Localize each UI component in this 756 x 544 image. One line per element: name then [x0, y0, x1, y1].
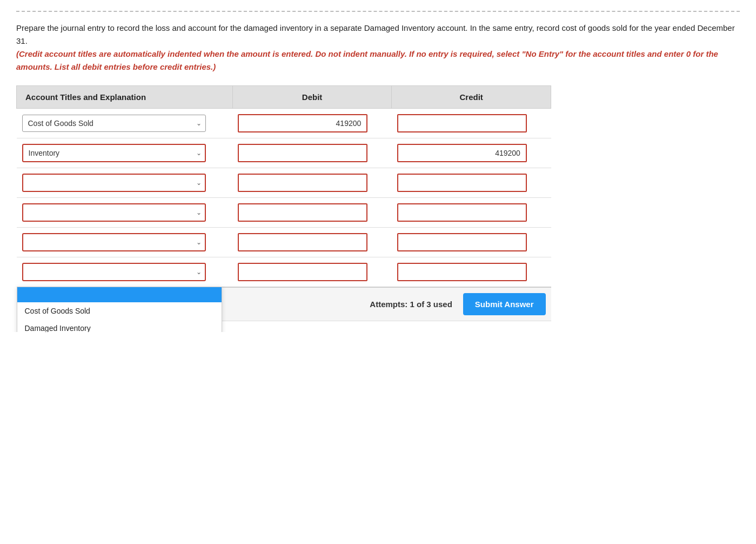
- account-select-wrapper-2: Inventory Cost of Goods Sold Damaged Inv…: [22, 144, 206, 162]
- account-select-wrapper-4: Cost of Goods Sold Damaged Inventory Inv…: [22, 203, 206, 222]
- attempts-text: Attempts: 1 of 3 used: [370, 300, 452, 309]
- table-row: Cost of Goods Sold Damaged Inventory Inv…: [17, 257, 551, 288]
- debit-input-2[interactable]: [238, 144, 367, 162]
- account-select-4[interactable]: Cost of Goods Sold Damaged Inventory Inv…: [22, 203, 206, 222]
- instruction-text-1: Prepare the journal entry to record the …: [16, 23, 477, 32]
- account-select-wrapper-6: Cost of Goods Sold Damaged Inventory Inv…: [22, 263, 206, 281]
- credit-input-6[interactable]: [397, 263, 527, 281]
- credit-input-1[interactable]: [397, 114, 527, 132]
- credit-input-3[interactable]: [397, 174, 527, 192]
- table-row: Cost of Goods Sold Damaged Inventory Inv…: [17, 228, 551, 257]
- account-select-5[interactable]: Cost of Goods Sold Damaged Inventory Inv…: [22, 233, 206, 251]
- table-row: Cost of Goods Sold Damaged Inventory Inv…: [17, 168, 551, 198]
- debit-input-1[interactable]: [238, 114, 367, 132]
- col-header-account: Account Titles and Explanation: [17, 86, 233, 109]
- instructions: Prepare the journal entry to record the …: [16, 22, 740, 74]
- credit-input-5[interactable]: [397, 233, 527, 251]
- col-header-credit: Credit: [392, 86, 551, 109]
- account-select-3[interactable]: Cost of Goods Sold Damaged Inventory Inv…: [22, 174, 206, 192]
- account-select-1[interactable]: Cost of Goods Sold Damaged Inventory Inv…: [22, 115, 206, 132]
- account-select-wrapper-1: Cost of Goods Sold Damaged Inventory Inv…: [22, 115, 206, 132]
- table-row: Inventory Cost of Goods Sold Damaged Inv…: [17, 138, 551, 168]
- debit-input-4[interactable]: [238, 203, 367, 222]
- instruction-red-italic: (Credit account titles are automatically…: [16, 49, 718, 71]
- dashed-top: [16, 11, 740, 12]
- submit-answer-button[interactable]: Submit Answer: [463, 293, 546, 315]
- table-row: Cost of Goods Sold Damaged Inventory Inv…: [17, 109, 551, 138]
- credit-input-2[interactable]: [397, 144, 527, 162]
- debit-input-6[interactable]: [238, 263, 367, 281]
- account-select-wrapper-3: Cost of Goods Sold Damaged Inventory Inv…: [22, 174, 206, 192]
- account-select-wrapper-5: Cost of Goods Sold Damaged Inventory Inv…: [22, 233, 206, 251]
- dropdown-header: [17, 287, 222, 302]
- dropdown-item-cogs[interactable]: Cost of Goods Sold: [17, 302, 222, 320]
- col-header-debit: Debit: [232, 86, 392, 109]
- credit-input-4[interactable]: [397, 203, 527, 222]
- journal-entry-table: Account Titles and Explanation Debit Cre…: [16, 85, 551, 321]
- debit-input-5[interactable]: [238, 233, 367, 251]
- account-select-2[interactable]: Inventory Cost of Goods Sold Damaged Inv…: [22, 144, 206, 162]
- dropdown-overlay: Cost of Goods Sold Damaged Inventory Inv…: [17, 287, 222, 332]
- debit-input-3[interactable]: [238, 174, 367, 192]
- account-select-6[interactable]: Cost of Goods Sold Damaged Inventory Inv…: [22, 263, 206, 281]
- table-row: Cost of Goods Sold Damaged Inventory Inv…: [17, 198, 551, 228]
- dropdown-item-damaged[interactable]: Damaged Inventory: [17, 320, 222, 332]
